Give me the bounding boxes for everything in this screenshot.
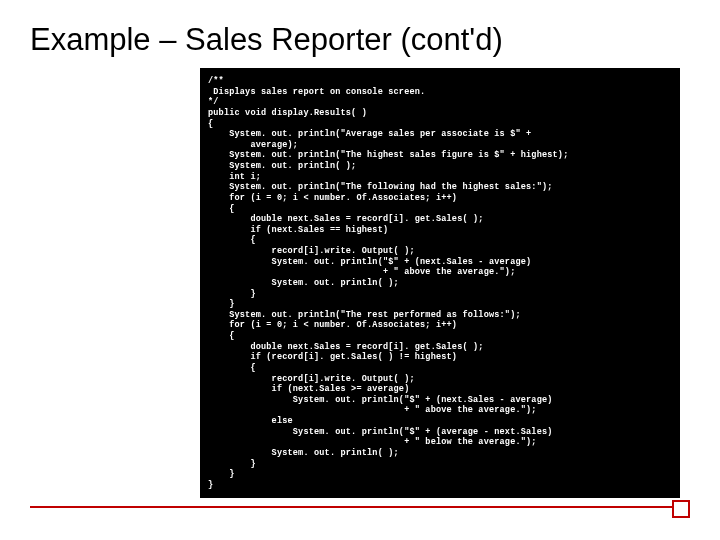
slide-title: Example – Sales Reporter (cont'd)	[30, 22, 690, 58]
slide: Example – Sales Reporter (cont'd) /** Di…	[0, 0, 720, 540]
footer-square-icon	[672, 500, 690, 518]
code-block: /** Displays sales report on console scr…	[200, 68, 680, 498]
footer-rule	[30, 506, 690, 508]
